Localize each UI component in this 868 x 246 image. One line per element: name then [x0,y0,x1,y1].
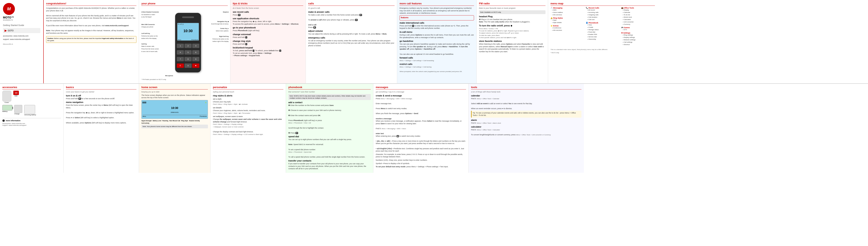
tip-recent-calls-body: Press ✆ [233,14,303,16]
info-circle-icon [2,119,5,122]
fm-on-off-heading: To turn the radio on/off, press ◆ [479,25,546,27]
indicator-battery: Battery Level [153,120,161,121]
fm-favorites-heading: store favorite stations [479,40,546,42]
home-screen-mockup: ▌▌▌▌ 🔋 10:30 2008/10/31 Menu Phonebook [142,100,208,119]
more-info-section: more information accessories: www.motoro… [2,118,61,126]
congratulations-body: Congratulations on your purchase of the … [46,7,136,35]
calendar-body: Find it: Menu > Office Tools > Calendar … [471,97,582,110]
menu-recent-calls-title: 📞 Recent Calls [586,7,620,9]
anno-earpiece: Earpiece [211,11,229,13]
battery-icon: 🔋 [205,102,207,103]
phonebook-note: Note: W165 & W172 only store basic conta… [288,94,371,100]
menu-map-title: menu map [551,2,655,6]
menu-group-ring-styles: 🔔 Ring Styles • Style• Style details [551,17,584,24]
calculator-body: Find it: Menu > Office Tools > Calculato… [471,129,582,136]
more-calls-title: more call features [400,2,474,6]
annotations-right: Earpiece Navigation Key ◆Scroll through … [211,11,229,43]
tip-phonebook-body: Press Phonebook (right soft key). [233,29,303,32]
logo-panel: M MOTO™ W165(W172 Getting Started Guide … [0,0,44,83]
fm-setup-heading: headset Plug [479,15,546,17]
phonebook-subtitle: that someone? save their number [288,91,371,93]
in-call-menu-heading: in-call menu [400,31,474,33]
ring-styles-alerts-heading: ring styles & alerts [213,95,283,97]
numbers-tip: Numbers (123)—Easy one, press number key… [376,159,466,162]
remove-battery-img [24,105,35,114]
home-screen-subtitle: keeping you up to date [142,91,208,93]
sim-item: SIM SIM: [13,91,19,97]
menu-group-recent-calls: 📞 Recent Calls • All recent• Incoming ca… [586,7,620,21]
page-wrapper: M MOTO™ W165(W172 Getting Started Guide … [0,0,868,173]
international-calls-body: Press and hold 0 to enter the internatio… [400,25,474,30]
menu-col-3: 💼 Office Tools • Display• Calendar• To d… [621,7,655,47]
battery-item: Battery: [2,105,12,112]
alarm-body: Find it: Menu > Office Tools > Alarm clo… [471,122,582,125]
tips-panel: tips & tricks do it faster from the home… [230,0,306,83]
indicator-ring: Ring Style [181,120,188,121]
menu-settings-items: • Ring settings• Display settings• Netwo… [621,34,655,46]
calls-volume-body: You can adjust the volume during a call … [308,33,395,35]
menu-extras-items: • Conference• Info services [551,27,584,32]
cover-item: Cover: [2,91,11,103]
tip-voicemail-heading: change voicemail [233,33,303,36]
hs-icons-row: 🔋 [205,102,207,103]
menu-phonebook-items: • View• Create• Storage status• Fixed di… [586,24,620,40]
menu-games-title: 🎮 Games [621,27,655,29]
menu-group-messaging: 📩 Messaging • SMS• Voice mailbox• Info s… [551,7,584,16]
charger-img [14,105,22,113]
caution-box: Caution: Before using your phone for the… [46,36,136,43]
basics-title: basics [66,86,136,90]
anno-center: Center Key ●Select menu options. [211,27,229,32]
goto-box[interactable]: ▶ GOTO [3,28,40,33]
hs-menu-key: Menu [143,116,146,117]
menu-settings-title: ⚙ Settings [621,32,655,34]
tip-voicemail-body: Press and hold 1 [233,36,303,39]
phonebook-title: phonebook [288,86,371,90]
cover-img [2,91,11,102]
home-screen-note: Note: Your phone's home screen may be di… [142,125,208,128]
tips-title: tips & tricks [233,2,303,6]
hs-date-value: 2008/10/31 [170,111,179,113]
tools-panel: tools a ton of things with these handy t… [469,84,584,173]
calls-good-to-know: it's good to talk [308,7,395,9]
symbol-tip: Symbol—Press to display a list of symbol… [376,162,466,165]
menu-phonebook-title: 👤 Phonebook [586,22,620,24]
transfer-contacts-body: If you want to transfer your contacts fr… [288,163,371,170]
anno-left-soft: Left Soft KeyPerforms the action on theb… [142,32,159,40]
anno-nav: Navigation Key ◆Scroll through lists & m… [211,21,229,25]
menu-map-panel: menu map 📩 Messaging • SMS• Voice mailbo… [548,0,657,83]
turn-on-off-body: Press and hold ✖ for a few seconds to tu… [66,97,136,100]
more-info-row: more information [2,119,61,122]
menu-messaging-items: • SMS• Voice mailbox• Info services [551,9,584,16]
indicator-signal: Signal Strength [142,120,152,121]
more-info-label: more information [6,119,21,121]
menu-group-settings: ⚙ Settings • Ring settings• Display sett… [621,32,655,46]
messages-tip: character. For example, to enter bone, p… [376,153,466,158]
menu-col-2: 📞 Recent Calls • All recent• Incoming ca… [586,7,620,47]
signal-bars-icon: ▌▌▌▌ [143,102,147,103]
basics-panel: basics cover your basics to get you star… [64,84,139,173]
menu-navigation-heading: menu navigation [66,101,136,103]
anno-right-soft: Right Soft KeyPerforms the action on the… [211,35,229,43]
motorola-logo: M [3,3,15,15]
indicator-roaming: Roaming [162,120,168,121]
screen-diagram: ⊠ ▲⊞ ))) 10:30 MenuPhonebook [177,23,199,41]
bottom-section: accessories Cover: SIM SIM: Battery: [0,84,868,173]
your-phone-title: your phone [142,2,228,6]
set-details-subheading: set details [213,107,283,109]
goto-arrow-icon: ▶ [5,29,7,32]
barcode: 68xxxxx354-A [3,43,40,45]
speed-dial-heading: speed dial [288,135,371,138]
wallpaper-subheading: set wallpaper, screen saver & more [213,115,283,117]
messages-panel: messages got something 2 say it in a mes… [373,84,469,173]
wallpaper-body: Change the wallpaper, screen saver and c… [213,118,283,136]
battery-img [2,105,12,110]
features-box-title: features [401,16,473,19]
more-calls-panel: more call features Emergency numbers var… [397,0,476,83]
speed-dial-body: You can set up to eight phone numbers th… [288,138,371,158]
default-text-mode: To set your default text entry mode: pre… [376,166,466,168]
calendar-tip: Tip: To see a summary of your calendar e… [471,111,582,118]
your-phone-panel: your phone ⊠ ▲⊞ ))) 10:30 MenuPhonebook [139,0,230,83]
go-handsfree-body: You can use your phone's handsfree speak… [400,43,474,55]
accessories-acc-link: accessories: www.motorola.com [2,122,61,125]
menu-group-extras: ⭐ Extras • Conference• Info services [551,25,584,32]
